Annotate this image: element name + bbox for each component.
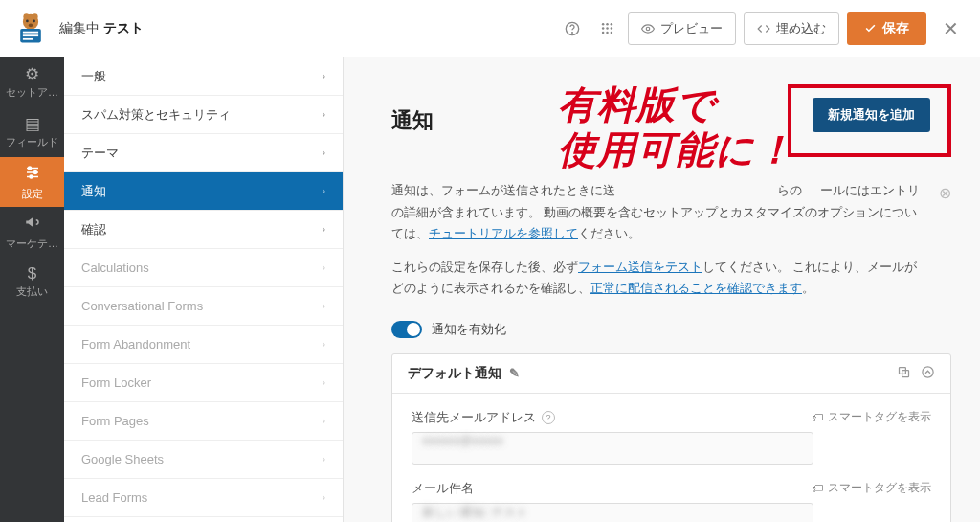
svg-point-20 <box>610 32 612 34</box>
chevron-right-icon: › <box>323 148 325 158</box>
info-paragraph-1: 通知は、フォームが送信されたときに送xxxxxxxxxxxxxxxxxxxxxx… <box>391 180 951 245</box>
chevron-right-icon: › <box>323 71 325 81</box>
save-button[interactable]: 保存 <box>847 12 926 45</box>
smarttag-email[interactable]: 🏷スマートタグを表示 <box>812 409 931 425</box>
submenu-abandonment[interactable]: Form Abandonment› <box>64 326 343 364</box>
svg-point-21 <box>646 27 650 31</box>
content-area: 通知 新規通知を追加 通知は、フォームが送信されたときに送xxxxxxxxxxx… <box>344 57 980 522</box>
svg-point-14 <box>610 23 612 26</box>
notifications-title: 通知 <box>391 106 434 135</box>
chevron-right-icon: › <box>323 301 325 311</box>
svg-point-16 <box>606 27 609 30</box>
svg-rect-7 <box>23 31 38 33</box>
svg-point-1 <box>23 13 29 19</box>
help-icon[interactable] <box>559 15 586 42</box>
default-notification-panel: デフォルト通知 ✎ 送信先メールアドレス ? 🏷スマートタグを表示 xxxxxx… <box>391 353 951 523</box>
panel-title: デフォルト通知 <box>408 365 501 382</box>
svg-point-4 <box>33 19 35 22</box>
rail-fields[interactable]: ▤ フィールド <box>0 107 64 157</box>
settings-submenu: 一般› スパム対策とセキュリティ› テーマ› 通知› 確認› Calculati… <box>64 57 344 522</box>
enable-label: 通知を有効化 <box>432 321 506 338</box>
embed-button[interactable]: 埋め込む <box>744 12 839 45</box>
test-form-link[interactable]: フォーム送信をテスト <box>578 261 702 274</box>
tag-icon: 🏷 <box>812 482 823 495</box>
svg-point-13 <box>606 23 609 26</box>
chevron-right-icon: › <box>323 109 325 120</box>
submenu-lead[interactable]: Lead Forms› <box>64 479 343 517</box>
panel-header: デフォルト通知 ✎ <box>392 354 950 394</box>
submenu-general[interactable]: 一般› <box>64 57 343 96</box>
chevron-right-icon: › <box>323 262 325 273</box>
add-notification-highlight: 新規通知を追加 <box>788 84 951 157</box>
submenu-spam[interactable]: スパム対策とセキュリティ› <box>64 96 343 134</box>
rail-setup[interactable]: ⚙ セットア… <box>0 57 64 107</box>
top-bar: 編集中 テスト プレビュー 埋め込む 保存 ✕ <box>0 0 980 57</box>
svg-point-19 <box>606 32 609 34</box>
delivery-link[interactable]: 正常に配信されることを確認できます <box>590 282 802 295</box>
field-email-label: 送信先メールアドレス <box>412 409 536 426</box>
field-email-input[interactable]: xxxxxx@xxxxx <box>412 432 813 465</box>
svg-point-17 <box>610 27 612 30</box>
chevron-right-icon: › <box>323 492 325 503</box>
check-icon <box>864 22 877 34</box>
enable-notification-row: 通知を有効化 <box>391 321 951 338</box>
field-subject-input[interactable]: 新しい通知: テスト <box>412 503 813 523</box>
enable-toggle[interactable] <box>391 321 422 338</box>
edit-title-icon[interactable]: ✎ <box>509 366 520 380</box>
svg-rect-9 <box>23 37 33 39</box>
svg-point-27 <box>30 175 33 178</box>
svg-point-18 <box>601 32 604 34</box>
dollar-icon: $ <box>28 265 36 282</box>
svg-point-5 <box>29 23 33 27</box>
submenu-sheets[interactable]: Google Sheets› <box>64 441 343 479</box>
megaphone-icon <box>24 214 41 234</box>
page-title: 編集中 テスト <box>59 20 144 37</box>
submenu-conversational[interactable]: Conversational Forms› <box>64 287 343 326</box>
help-icon[interactable]: ? <box>542 411 555 424</box>
chevron-right-icon: › <box>323 224 325 235</box>
chevron-right-icon: › <box>323 339 325 350</box>
svg-point-15 <box>601 27 604 30</box>
svg-rect-8 <box>23 34 38 36</box>
svg-point-25 <box>28 167 31 170</box>
submenu-confirm[interactable]: 確認› <box>64 211 343 249</box>
chevron-right-icon: › <box>323 377 325 388</box>
grid-icon[interactable] <box>593 15 620 42</box>
top-actions: プレビュー 埋め込む 保存 ✕ <box>559 12 967 45</box>
submenu-calculations[interactable]: Calculations› <box>64 249 343 287</box>
tutorial-link[interactable]: チュートリアルを参照して <box>429 227 578 240</box>
field-subject-row: メール件名 🏷スマートタグを表示 新しい通知: テスト <box>412 480 931 523</box>
chevron-right-icon: › <box>323 186 325 196</box>
panel-body: 送信先メールアドレス ? 🏷スマートタグを表示 xxxxxx@xxxxx メール… <box>392 394 950 523</box>
close-icon[interactable]: ✕ <box>934 17 967 40</box>
svg-point-26 <box>33 170 36 173</box>
rail-marketing[interactable]: マーケテ… <box>0 207 64 257</box>
svg-point-2 <box>32 13 37 19</box>
tag-icon: 🏷 <box>812 411 823 424</box>
smarttag-subject[interactable]: 🏷スマートタグを表示 <box>812 480 931 496</box>
copy-icon[interactable] <box>897 365 911 382</box>
add-notification-button[interactable]: 新規通知を追加 <box>813 98 930 132</box>
field-subject-label: メール件名 <box>412 480 474 497</box>
dismiss-icon[interactable]: ⊗ <box>939 180 951 208</box>
gear-icon: ⚙ <box>25 66 39 82</box>
content-header: 通知 新規通知を追加 <box>391 84 951 157</box>
rail-settings[interactable]: 設定 <box>0 157 64 207</box>
field-email-row: 送信先メールアドレス ? 🏷スマートタグを表示 xxxxxx@xxxxx <box>412 409 931 465</box>
wpforms-logo <box>13 11 48 46</box>
submenu-notifications[interactable]: 通知› <box>64 172 343 211</box>
submenu-theme[interactable]: テーマ› <box>64 134 343 172</box>
svg-point-30 <box>923 366 933 376</box>
submenu-pages[interactable]: Form Pages› <box>64 402 343 441</box>
preview-button[interactable]: プレビュー <box>628 12 736 45</box>
svg-point-3 <box>26 19 29 22</box>
submenu-locker[interactable]: Form Locker› <box>64 364 343 402</box>
svg-point-11 <box>572 32 573 33</box>
eye-icon <box>641 22 655 35</box>
rail-payments[interactable]: $ 支払い <box>0 257 64 306</box>
collapse-icon[interactable] <box>921 365 935 382</box>
code-icon <box>757 22 770 35</box>
layout-icon: ▤ <box>25 116 40 132</box>
sliders-icon <box>24 164 41 184</box>
chevron-right-icon: › <box>323 416 325 426</box>
